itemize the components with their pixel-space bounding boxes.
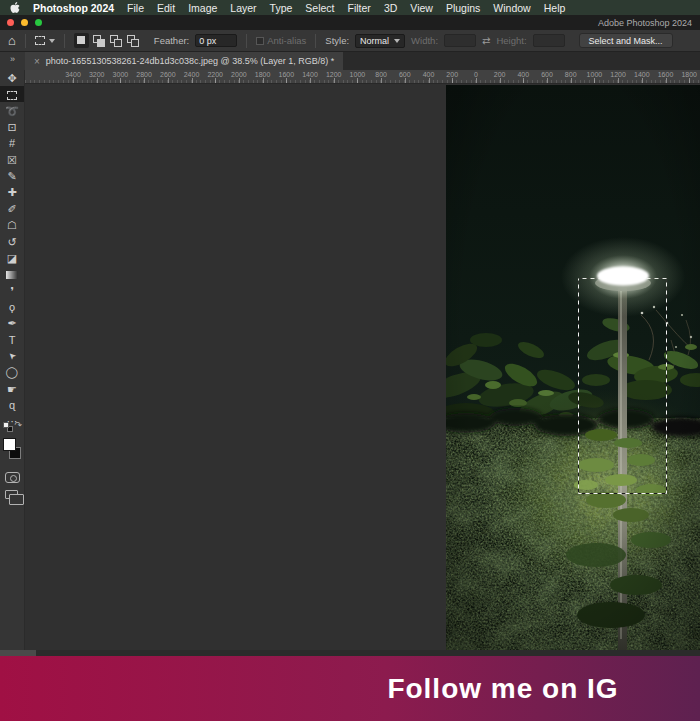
style-value: Normal — [360, 36, 389, 46]
ruler-label: 1400 — [302, 71, 318, 78]
minimize-window-button[interactable] — [21, 19, 28, 26]
canvas-area[interactable] — [25, 84, 700, 650]
anti-alias-option: Anti-alias — [256, 35, 306, 46]
gradient-icon — [6, 271, 18, 279]
intersect-selection-mode-button[interactable] — [125, 33, 140, 48]
ruler-tick — [120, 78, 121, 83]
frame-tool[interactable]: ☒ — [0, 152, 24, 168]
document-tab-title: photo-1655130538261-24db1d3c038c.jpeg @ … — [46, 56, 334, 66]
ruler-label: 200 — [446, 71, 458, 78]
subtract-from-selection-mode-button[interactable] — [108, 33, 123, 48]
anti-alias-checkbox[interactable] — [256, 37, 264, 45]
select-and-mask-button[interactable]: Select and Mask... — [579, 33, 673, 48]
foreground-color-swatch[interactable] — [3, 438, 16, 451]
brush-tool[interactable]: ✐ — [0, 201, 24, 217]
divider — [246, 34, 247, 48]
close-window-button[interactable] — [7, 19, 14, 26]
ruler-tick — [168, 78, 169, 83]
screen-mode-button[interactable] — [5, 490, 18, 499]
apple-logo-icon[interactable] — [10, 2, 20, 14]
menu-item-filter[interactable]: Filter — [348, 2, 371, 14]
add-to-selection-mode-button[interactable] — [91, 33, 106, 48]
move-tool[interactable]: ✥ — [0, 70, 24, 86]
home-icon[interactable]: ⌂ — [8, 31, 16, 51]
menu-item-help[interactable]: Help — [544, 2, 566, 14]
marquee-tool-icon — [35, 36, 45, 45]
ruler-label: 1200 — [610, 71, 626, 78]
ruler-label: 2000 — [231, 71, 247, 78]
swap-width-height-icon[interactable]: ⇄ — [482, 35, 490, 46]
ellipse-shape-tool[interactable]: ◯ — [0, 364, 24, 380]
toolbar-collapse-button[interactable]: » — [0, 52, 25, 70]
style-select[interactable]: Normal — [355, 34, 405, 48]
horizontal-ruler[interactable]: 3400320030002800260024002200200018001600… — [25, 70, 700, 84]
crop-tool[interactable]: # — [0, 135, 24, 151]
ig-banner: Follow me on IG — [0, 656, 700, 721]
menu-item-3d[interactable]: 3D — [384, 2, 397, 14]
blur-tool[interactable]: ❜ — [0, 283, 24, 299]
ruler-tick — [263, 78, 264, 83]
feather-input[interactable] — [195, 34, 237, 47]
width-label: Width: — [411, 35, 438, 46]
ruler-tick — [192, 78, 193, 83]
ruler-label: 1000 — [587, 71, 603, 78]
rectangular-marquee-tool[interactable] — [0, 86, 24, 102]
ruler-tick — [571, 78, 572, 83]
subtract-selection-icon-overlay — [114, 39, 122, 47]
height-label: Height: — [496, 35, 526, 46]
height-input[interactable] — [533, 34, 565, 47]
menu-item-select[interactable]: Select — [305, 2, 334, 14]
feather-label: Feather: — [154, 35, 189, 46]
ruler-tick — [689, 78, 690, 83]
close-tab-icon[interactable]: × — [34, 56, 40, 67]
zoom-window-button[interactable] — [35, 19, 42, 26]
photo-image — [446, 85, 700, 650]
menu-item-plugins[interactable]: Plugins — [446, 2, 480, 14]
document-tab[interactable]: × photo-1655130538261-24db1d3c038c.jpeg … — [25, 52, 343, 70]
ruler-tick — [405, 78, 406, 83]
menu-item-type[interactable]: Type — [270, 2, 293, 14]
gradient-tool[interactable] — [0, 266, 24, 282]
dodge-tool[interactable]: ϙ — [0, 299, 24, 315]
width-input[interactable] — [444, 34, 476, 47]
app-menu-title[interactable]: Photoshop 2024 — [33, 2, 114, 14]
current-tool-preset[interactable] — [35, 36, 55, 45]
ruler-label: 400 — [423, 71, 435, 78]
new-selection-mode-button[interactable] — [74, 33, 89, 48]
menu-item-file[interactable]: File — [127, 2, 144, 14]
eraser-tool[interactable]: ◪ — [0, 250, 24, 266]
ruler-label: 1400 — [634, 71, 650, 78]
ruler-tick — [334, 78, 335, 83]
ruler-tick — [666, 78, 667, 83]
ruler-label: 3000 — [113, 71, 129, 78]
ruler-label: 400 — [517, 71, 529, 78]
ruler-label: 1200 — [326, 71, 342, 78]
ruler-tick — [357, 78, 358, 83]
clone-stamp-tool[interactable]: ☖ — [0, 217, 24, 233]
divider — [64, 34, 65, 48]
hand-tool[interactable]: ☛ — [0, 381, 24, 397]
spot-healing-brush-tool[interactable]: ✚ — [0, 184, 24, 200]
menu-item-window[interactable]: Window — [493, 2, 530, 14]
ruler-tick — [547, 78, 548, 83]
menu-item-edit[interactable]: Edit — [157, 2, 175, 14]
pen-tool[interactable]: ✒ — [0, 315, 24, 331]
lasso-tool[interactable]: ➰ — [0, 103, 24, 119]
object-selection-tool[interactable]: ⊡ — [0, 119, 24, 135]
ruler-label: 800 — [375, 71, 387, 78]
photo-canvas[interactable] — [446, 85, 700, 650]
ruler-tick — [476, 78, 477, 83]
ruler-tick — [73, 78, 74, 83]
quick-mask-mode-button[interactable] — [5, 472, 20, 483]
eyedropper-tool[interactable]: ✎ — [0, 168, 24, 184]
window-title-bar: Adobe Photoshop 2024 — [0, 15, 700, 30]
ruler-label: 800 — [565, 71, 577, 78]
zoom-tool[interactable]: ɋ — [0, 397, 24, 413]
ruler-label: 600 — [399, 71, 411, 78]
menu-item-layer[interactable]: Layer — [230, 2, 256, 14]
menu-item-view[interactable]: View — [410, 2, 433, 14]
ruler-label: 600 — [541, 71, 553, 78]
ruler-tick — [523, 78, 524, 83]
history-brush-tool[interactable]: ↺ — [0, 234, 24, 250]
menu-item-image[interactable]: Image — [188, 2, 217, 14]
